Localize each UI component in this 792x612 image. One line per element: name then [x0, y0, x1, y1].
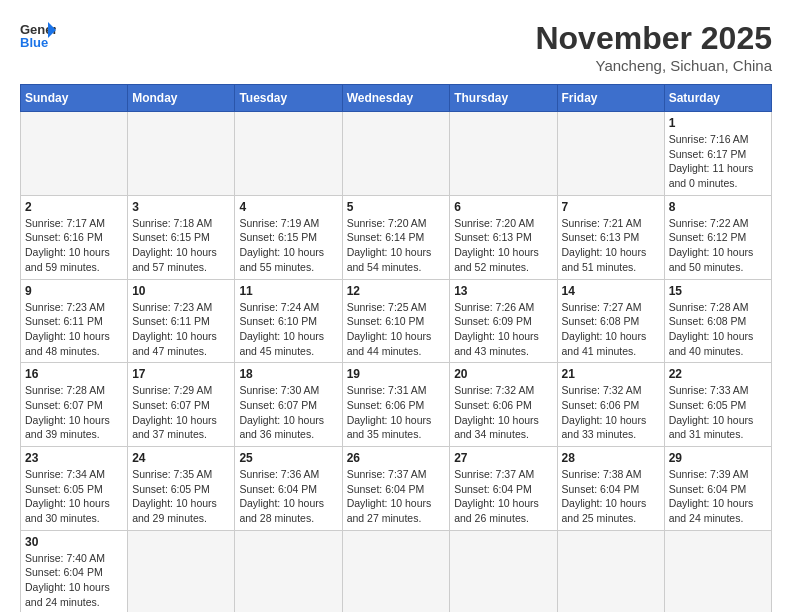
calendar-week-row: 23Sunrise: 7:34 AM Sunset: 6:05 PM Dayli… [21, 447, 772, 531]
calendar-day-cell [557, 530, 664, 612]
day-info: Sunrise: 7:23 AM Sunset: 6:11 PM Dayligh… [25, 300, 123, 359]
day-number: 27 [454, 451, 552, 465]
day-info: Sunrise: 7:17 AM Sunset: 6:16 PM Dayligh… [25, 216, 123, 275]
calendar-day-cell: 9Sunrise: 7:23 AM Sunset: 6:11 PM Daylig… [21, 279, 128, 363]
calendar-day-cell: 15Sunrise: 7:28 AM Sunset: 6:08 PM Dayli… [664, 279, 771, 363]
calendar-day-cell: 12Sunrise: 7:25 AM Sunset: 6:10 PM Dayli… [342, 279, 450, 363]
calendar-day-cell [128, 530, 235, 612]
calendar-day-cell [557, 112, 664, 196]
day-number: 9 [25, 284, 123, 298]
day-number: 7 [562, 200, 660, 214]
calendar-day-cell: 23Sunrise: 7:34 AM Sunset: 6:05 PM Dayli… [21, 447, 128, 531]
day-info: Sunrise: 7:26 AM Sunset: 6:09 PM Dayligh… [454, 300, 552, 359]
day-number: 12 [347, 284, 446, 298]
day-info: Sunrise: 7:21 AM Sunset: 6:13 PM Dayligh… [562, 216, 660, 275]
day-of-week-header: Tuesday [235, 85, 342, 112]
day-info: Sunrise: 7:20 AM Sunset: 6:13 PM Dayligh… [454, 216, 552, 275]
calendar-day-cell [235, 112, 342, 196]
day-number: 25 [239, 451, 337, 465]
calendar-day-cell: 28Sunrise: 7:38 AM Sunset: 6:04 PM Dayli… [557, 447, 664, 531]
logo-icon: General Blue [20, 20, 56, 50]
calendar-day-cell: 21Sunrise: 7:32 AM Sunset: 6:06 PM Dayli… [557, 363, 664, 447]
calendar-day-cell [450, 530, 557, 612]
day-info: Sunrise: 7:27 AM Sunset: 6:08 PM Dayligh… [562, 300, 660, 359]
day-number: 6 [454, 200, 552, 214]
calendar-day-cell: 17Sunrise: 7:29 AM Sunset: 6:07 PM Dayli… [128, 363, 235, 447]
day-info: Sunrise: 7:39 AM Sunset: 6:04 PM Dayligh… [669, 467, 767, 526]
day-number: 28 [562, 451, 660, 465]
day-number: 19 [347, 367, 446, 381]
logo: General Blue [20, 20, 56, 50]
calendar-day-cell: 2Sunrise: 7:17 AM Sunset: 6:16 PM Daylig… [21, 195, 128, 279]
svg-text:Blue: Blue [20, 35, 48, 50]
day-info: Sunrise: 7:31 AM Sunset: 6:06 PM Dayligh… [347, 383, 446, 442]
day-number: 21 [562, 367, 660, 381]
calendar-day-cell: 4Sunrise: 7:19 AM Sunset: 6:15 PM Daylig… [235, 195, 342, 279]
calendar-body: 1Sunrise: 7:16 AM Sunset: 6:17 PM Daylig… [21, 112, 772, 613]
day-info: Sunrise: 7:30 AM Sunset: 6:07 PM Dayligh… [239, 383, 337, 442]
day-number: 10 [132, 284, 230, 298]
title-block: November 2025 Yancheng, Sichuan, China [535, 20, 772, 74]
day-info: Sunrise: 7:18 AM Sunset: 6:15 PM Dayligh… [132, 216, 230, 275]
day-number: 26 [347, 451, 446, 465]
day-info: Sunrise: 7:19 AM Sunset: 6:15 PM Dayligh… [239, 216, 337, 275]
calendar-day-cell: 27Sunrise: 7:37 AM Sunset: 6:04 PM Dayli… [450, 447, 557, 531]
calendar-day-cell: 14Sunrise: 7:27 AM Sunset: 6:08 PM Dayli… [557, 279, 664, 363]
calendar-day-cell: 1Sunrise: 7:16 AM Sunset: 6:17 PM Daylig… [664, 112, 771, 196]
day-of-week-header: Friday [557, 85, 664, 112]
calendar-day-cell: 16Sunrise: 7:28 AM Sunset: 6:07 PM Dayli… [21, 363, 128, 447]
day-info: Sunrise: 7:20 AM Sunset: 6:14 PM Dayligh… [347, 216, 446, 275]
day-number: 29 [669, 451, 767, 465]
day-info: Sunrise: 7:29 AM Sunset: 6:07 PM Dayligh… [132, 383, 230, 442]
day-info: Sunrise: 7:23 AM Sunset: 6:11 PM Dayligh… [132, 300, 230, 359]
calendar-day-cell: 10Sunrise: 7:23 AM Sunset: 6:11 PM Dayli… [128, 279, 235, 363]
day-number: 1 [669, 116, 767, 130]
day-info: Sunrise: 7:37 AM Sunset: 6:04 PM Dayligh… [454, 467, 552, 526]
day-number: 20 [454, 367, 552, 381]
calendar-week-row: 1Sunrise: 7:16 AM Sunset: 6:17 PM Daylig… [21, 112, 772, 196]
day-number: 15 [669, 284, 767, 298]
page-header: General Blue November 2025 Yancheng, Sic… [20, 20, 772, 74]
location-title: Yancheng, Sichuan, China [535, 57, 772, 74]
calendar-table: SundayMondayTuesdayWednesdayThursdayFrid… [20, 84, 772, 612]
day-of-week-header: Monday [128, 85, 235, 112]
calendar-day-cell: 30Sunrise: 7:40 AM Sunset: 6:04 PM Dayli… [21, 530, 128, 612]
day-info: Sunrise: 7:16 AM Sunset: 6:17 PM Dayligh… [669, 132, 767, 191]
calendar-day-cell: 19Sunrise: 7:31 AM Sunset: 6:06 PM Dayli… [342, 363, 450, 447]
day-number: 2 [25, 200, 123, 214]
day-number: 23 [25, 451, 123, 465]
day-info: Sunrise: 7:32 AM Sunset: 6:06 PM Dayligh… [562, 383, 660, 442]
day-number: 13 [454, 284, 552, 298]
calendar-week-row: 16Sunrise: 7:28 AM Sunset: 6:07 PM Dayli… [21, 363, 772, 447]
calendar-day-cell: 6Sunrise: 7:20 AM Sunset: 6:13 PM Daylig… [450, 195, 557, 279]
calendar-day-cell: 8Sunrise: 7:22 AM Sunset: 6:12 PM Daylig… [664, 195, 771, 279]
calendar-day-cell: 3Sunrise: 7:18 AM Sunset: 6:15 PM Daylig… [128, 195, 235, 279]
day-info: Sunrise: 7:37 AM Sunset: 6:04 PM Dayligh… [347, 467, 446, 526]
day-of-week-header: Sunday [21, 85, 128, 112]
calendar-day-cell: 7Sunrise: 7:21 AM Sunset: 6:13 PM Daylig… [557, 195, 664, 279]
calendar-week-row: 2Sunrise: 7:17 AM Sunset: 6:16 PM Daylig… [21, 195, 772, 279]
day-number: 24 [132, 451, 230, 465]
day-number: 17 [132, 367, 230, 381]
calendar-day-cell: 11Sunrise: 7:24 AM Sunset: 6:10 PM Dayli… [235, 279, 342, 363]
day-number: 14 [562, 284, 660, 298]
calendar-day-cell [235, 530, 342, 612]
day-info: Sunrise: 7:22 AM Sunset: 6:12 PM Dayligh… [669, 216, 767, 275]
calendar-day-cell: 18Sunrise: 7:30 AM Sunset: 6:07 PM Dayli… [235, 363, 342, 447]
calendar-day-cell: 25Sunrise: 7:36 AM Sunset: 6:04 PM Dayli… [235, 447, 342, 531]
day-info: Sunrise: 7:34 AM Sunset: 6:05 PM Dayligh… [25, 467, 123, 526]
calendar-day-cell [342, 530, 450, 612]
calendar-day-cell: 24Sunrise: 7:35 AM Sunset: 6:05 PM Dayli… [128, 447, 235, 531]
day-of-week-header: Thursday [450, 85, 557, 112]
day-info: Sunrise: 7:28 AM Sunset: 6:07 PM Dayligh… [25, 383, 123, 442]
calendar-day-cell [450, 112, 557, 196]
day-info: Sunrise: 7:38 AM Sunset: 6:04 PM Dayligh… [562, 467, 660, 526]
day-number: 11 [239, 284, 337, 298]
day-info: Sunrise: 7:24 AM Sunset: 6:10 PM Dayligh… [239, 300, 337, 359]
calendar-header-row: SundayMondayTuesdayWednesdayThursdayFrid… [21, 85, 772, 112]
day-number: 30 [25, 535, 123, 549]
day-info: Sunrise: 7:33 AM Sunset: 6:05 PM Dayligh… [669, 383, 767, 442]
day-info: Sunrise: 7:32 AM Sunset: 6:06 PM Dayligh… [454, 383, 552, 442]
calendar-day-cell: 29Sunrise: 7:39 AM Sunset: 6:04 PM Dayli… [664, 447, 771, 531]
calendar-day-cell [128, 112, 235, 196]
